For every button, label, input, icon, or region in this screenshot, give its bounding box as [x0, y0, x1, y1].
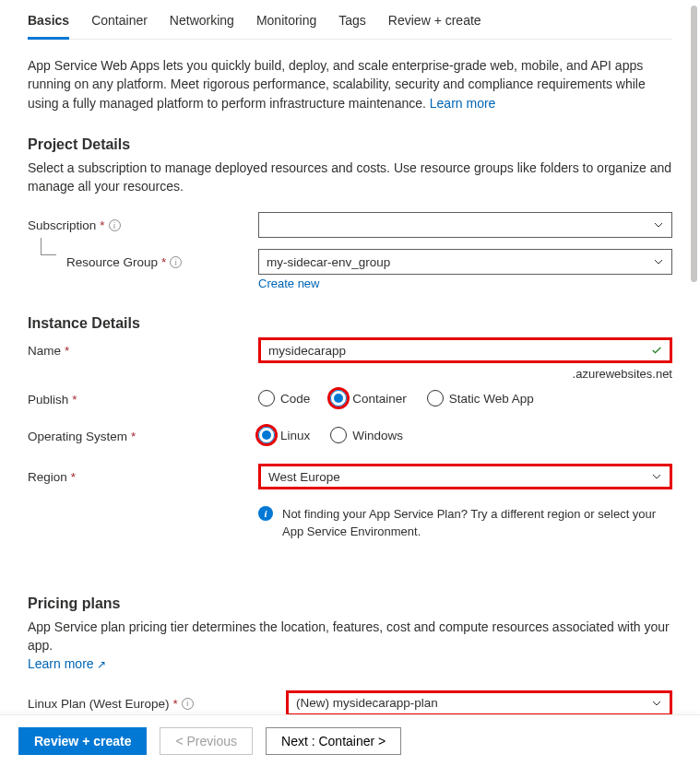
name-label: Name*: [28, 337, 258, 358]
linux-plan-label: Linux Plan (West Europe)* i: [28, 690, 286, 711]
project-details-sub: Select a subscription to manage deployed…: [28, 159, 672, 196]
tab-bar: Basics Container Networking Monitoring T…: [28, 0, 672, 40]
chevron-down-icon: [651, 471, 662, 482]
tab-monitoring[interactable]: Monitoring: [256, 13, 316, 39]
domain-suffix: .azurewebsites.net: [258, 367, 672, 381]
region-select[interactable]: West Europe: [258, 464, 672, 489]
subscription-select[interactable]: [258, 212, 672, 238]
pricing-learn-more-link[interactable]: Learn more: [28, 656, 106, 671]
region-label: Region*: [28, 464, 258, 484]
subscription-label: Subscription* i: [28, 212, 258, 232]
region-note: i Not finding your App Service Plan? Try…: [258, 506, 672, 539]
intro-text: App Service Web Apps lets you quickly bu…: [28, 56, 672, 112]
info-icon[interactable]: i: [170, 256, 182, 268]
publish-radio-static-web-app[interactable]: Static Web App: [427, 390, 534, 407]
tab-container[interactable]: Container: [91, 13, 148, 39]
linux-plan-select[interactable]: (New) mysidecarapp-plan: [286, 690, 672, 714]
tab-review-create[interactable]: Review + create: [388, 13, 481, 39]
checkmark-icon: [651, 345, 662, 356]
scrollbar[interactable]: [691, 6, 697, 282]
tab-basics[interactable]: Basics: [28, 13, 69, 40]
learn-more-link[interactable]: Learn more: [430, 96, 496, 111]
os-radio-windows[interactable]: Windows: [330, 427, 403, 443]
publish-label: Publish*: [28, 386, 258, 407]
chevron-down-icon: [651, 698, 662, 709]
os-radio-linux[interactable]: Linux: [258, 427, 310, 443]
tab-tags[interactable]: Tags: [338, 13, 366, 39]
pricing-sub: App Service plan pricing tier determines…: [28, 618, 672, 674]
previous-button: < Previous: [160, 727, 253, 755]
pricing-heading: Pricing plans: [28, 595, 672, 612]
chevron-down-icon: [653, 219, 664, 230]
next-button[interactable]: Next : Container >: [266, 727, 401, 755]
review-create-button[interactable]: Review + create: [18, 727, 147, 755]
resource-group-select[interactable]: my-sidecar-env_group: [258, 249, 672, 275]
project-details-heading: Project Details: [28, 136, 672, 153]
info-icon[interactable]: i: [182, 698, 194, 710]
instance-details-heading: Instance Details: [28, 315, 672, 332]
resource-group-label: Resource Group* i: [28, 249, 258, 269]
footer-bar: Review + create < Previous Next : Contai…: [0, 714, 700, 766]
publish-radio-code[interactable]: Code: [258, 390, 310, 407]
chevron-down-icon: [653, 256, 664, 267]
name-input[interactable]: mysidecarapp: [258, 337, 672, 363]
info-icon[interactable]: i: [109, 219, 121, 231]
tab-networking[interactable]: Networking: [170, 13, 234, 39]
info-filled-icon: i: [258, 506, 273, 521]
create-new-rg-link[interactable]: Create new: [258, 277, 319, 290]
os-label: Operating System*: [28, 423, 258, 443]
publish-radio-container[interactable]: Container: [330, 390, 407, 407]
